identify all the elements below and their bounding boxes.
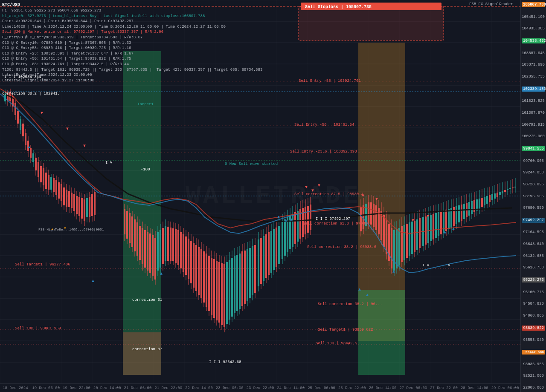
svg-text:▲: ▲	[160, 271, 163, 276]
price-103371: 103371.690	[522, 63, 545, 67]
price-100275: 100275.960	[522, 134, 545, 138]
svg-text:Target1: Target1	[137, 102, 154, 107]
time-label-13: 27 Dec 06:00	[398, 386, 429, 390]
price-98196: 98196.505	[522, 194, 545, 199]
time-label-2: 19 Dec 22:00	[61, 386, 92, 390]
time-label-14: 27 Dec 22:00	[429, 386, 459, 390]
price-101307: 101307.870	[522, 111, 545, 115]
price-101823: 101823.825	[522, 99, 545, 103]
svg-text:correction 87: correction 87	[132, 347, 162, 352]
price-103887: 103887.645	[522, 51, 545, 55]
svg-text:Sell Entry -88 | 103024.761: Sell Entry -88 | 103024.761	[299, 79, 361, 83]
svg-text:I V: I V	[422, 263, 430, 268]
price-100791: 100791.915	[522, 123, 545, 127]
svg-text:▼: ▼	[318, 183, 320, 188]
time-label-16: 29 Dec 06:00	[490, 386, 520, 390]
svg-text:I I I 102584.344: I I I 102584.344	[4, 75, 41, 79]
chart-container: WALLETRADE	[0, 0, 546, 392]
svg-text:▲: ▲	[290, 217, 293, 222]
svg-text:correction 38.2 | 102941.: correction 38.2 | 102941.	[2, 92, 60, 96]
svg-text:▲: ▲	[285, 218, 287, 223]
svg-rect-21	[123, 332, 161, 375]
price-93553: 93553.040	[522, 338, 545, 342]
svg-text:Sell Stoploss | 105807.738: Sell Stoploss | 105807.738	[305, 5, 372, 9]
price-97492: 97492.297	[522, 218, 545, 223]
svg-text:I I I 97492.297: I I I 97492.297	[316, 217, 350, 221]
svg-text:Sell correction 38.2 | 96933.6: Sell correction 38.2 | 96933.6	[307, 245, 376, 249]
svg-text:▲: ▲	[277, 215, 280, 219]
price-94584: 94584.820	[522, 302, 545, 306]
chart-svg: ▼ ▼ ▼ ▼ ▼ ▼ ▼ ▼ ▼ ▼ ▲ ▲ ▲ ▲ ▲ ▲ ▲ ▲ ▲ ▲ …	[0, 0, 520, 383]
price-95100: 95100.775	[522, 290, 545, 294]
svg-text:▲: ▲	[28, 145, 30, 150]
price-93036: 93036.955	[522, 362, 545, 366]
svg-text:▲: ▲	[358, 287, 361, 292]
price-94068: 94068.865	[522, 314, 545, 318]
svg-text:Sell 100 | 93861.969: Sell 100 | 93861.969	[15, 326, 61, 331]
price-104538: 104538.432	[522, 38, 545, 43]
time-label-8: 23 Dec 22:00	[245, 386, 276, 390]
price-93839: 93839.822	[522, 326, 545, 331]
time-axis: 18 Dec 2024 19 Dec 06:00 19 Dec 22:00 20…	[0, 383, 520, 392]
svg-text:Sell correction 61.8 | 97889.6: Sell correction 61.8 | 97889.6	[303, 222, 372, 226]
price-96132: 96132.685	[522, 254, 545, 258]
price-105451: 105451.190	[522, 15, 545, 19]
price-99760: 99760.005	[522, 159, 545, 163]
svg-text:▼: ▼	[375, 197, 378, 202]
svg-text:0 New Sell wave started: 0 New Sell wave started	[225, 162, 278, 166]
price-92521: 92521.000	[522, 374, 545, 378]
svg-text:▼: ▼	[66, 127, 69, 131]
price-98728: 98728.095	[522, 182, 545, 187]
svg-text:Sell correction 38.2 | 96...: Sell correction 38.2 | 96...	[318, 302, 382, 306]
time-label-0: 18 Dec 2024	[0, 386, 31, 390]
price-102339: 102339.180	[522, 86, 545, 92]
svg-text:▼: ▼	[427, 214, 429, 219]
price-current: 95225.273	[522, 277, 545, 282]
price-93442: 93442.500	[522, 350, 545, 355]
price-96648: 96648.640	[522, 242, 545, 246]
price-102855: 102855.735	[522, 75, 545, 79]
price-104935: 104935.305	[522, 26, 545, 31]
price-99841: 99841.535	[522, 146, 545, 151]
time-label-10: 25 Dec 06:00	[306, 386, 337, 390]
svg-text:FSB-HighToBe...1499...97000|00: FSB-HighToBe...1499...97000|0001	[38, 228, 104, 231]
time-label-6: 22 Dec 14:00	[184, 386, 215, 390]
price-22005: 22005.000	[522, 386, 545, 390]
svg-text:correction 61: correction 61	[132, 298, 162, 302]
time-label-1: 19 Dec 06:00	[31, 386, 61, 390]
svg-text:▲: ▲	[392, 269, 395, 274]
svg-text:Sell Target1 | 93839.822: Sell Target1 | 93839.822	[318, 328, 373, 332]
time-label-9: 24 Dec 14:00	[276, 386, 306, 390]
svg-text:Sell Entry -23.6 | 100392.393: Sell Entry -23.6 | 100392.393	[290, 150, 357, 154]
svg-text:▲: ▲	[92, 279, 94, 283]
price-97680: 97680.550	[522, 206, 545, 210]
time-label-7: 23 Dec 06:00	[214, 386, 245, 390]
svg-rect-19	[123, 51, 161, 375]
svg-text:Sell 100 | 93442.5: Sell 100 | 93442.5	[316, 341, 357, 346]
svg-text:Sell Entry -50 | 101461.54: Sell Entry -50 | 101461.54	[294, 123, 354, 127]
svg-text:▲: ▲	[452, 227, 455, 231]
time-label-4: 21 Dec 06:00	[122, 386, 153, 390]
price-95616: 95616.730	[522, 265, 545, 270]
svg-text:Sell Target1 | 96277.406: Sell Target1 | 96277.406	[15, 262, 70, 267]
time-label-12: 26 Dec 14:00	[367, 386, 398, 390]
time-label-5: 21 Dec 22:00	[153, 386, 184, 390]
svg-text:Sell correction 87.5 | 98930.4: Sell correction 87.5 | 98930.4	[294, 192, 363, 196]
price-stoploss: 105807.738	[522, 2, 545, 7]
price-axis: 105807.738 105451.190 104935.305 104538.…	[520, 0, 546, 392]
svg-text:▼: ▼	[412, 218, 414, 223]
svg-text:▲: ▲	[444, 230, 446, 235]
svg-rect-23	[299, 6, 444, 40]
svg-text:FSB-FX-SignalReader: FSB-FX-SignalReader	[469, 2, 513, 6]
svg-text:-100: -100	[141, 167, 150, 172]
svg-text:▼: ▼	[41, 111, 43, 115]
price-97164: 97164.595	[522, 230, 545, 234]
time-label-11: 25 Dec 22:00	[337, 386, 367, 390]
time-label-3: 20 Dec 14:00	[92, 386, 122, 390]
svg-text:V: V	[448, 263, 450, 268]
svg-text:▲: ▲	[366, 293, 369, 297]
svg-text:▼: ▼	[305, 185, 308, 190]
svg-text:I I I 92642.68: I I I 92642.68	[209, 360, 241, 364]
price-99244: 99244.050	[522, 170, 545, 175]
svg-text:▼: ▼	[83, 144, 86, 148]
